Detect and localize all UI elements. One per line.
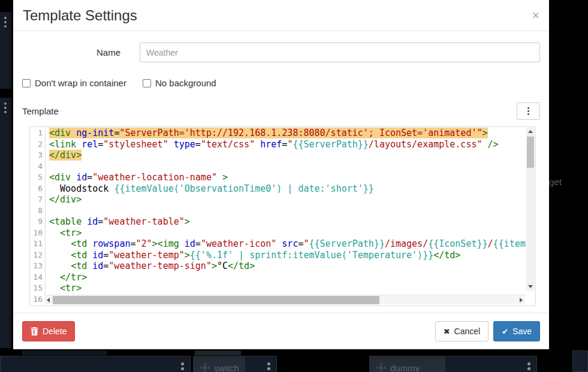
line-number: 3 <box>30 150 43 161</box>
background-bar <box>23 350 107 355</box>
check-icon: ✔ <box>502 328 508 335</box>
page: get switch dummy Template Settings × <box>0 0 588 372</box>
widget-menu-icon[interactable] <box>2 14 9 30</box>
no-background-checkbox-box[interactable] <box>143 79 151 87</box>
code-line[interactable] <box>49 161 527 173</box>
line-number: 14 <box>30 272 43 283</box>
line-number: 4 <box>30 161 43 173</box>
widget-menu-icon[interactable] <box>2 100 9 116</box>
code-line[interactable]: <tr> <box>49 228 527 239</box>
scroll-down-icon[interactable] <box>526 283 535 291</box>
dialog-footer: Delete ✖ Cancel ✔ Save <box>13 313 549 349</box>
close-icon[interactable]: × <box>532 9 539 22</box>
template-label: Template <box>22 106 59 116</box>
dont-wrap-checkbox-box[interactable] <box>22 79 31 87</box>
editor-code-area[interactable]: <div ng-init="ServerPath='http://192.168… <box>46 127 527 306</box>
save-button[interactable]: ✔ Save <box>493 321 540 341</box>
code-line[interactable]: <tr> <box>49 283 527 294</box>
delete-button[interactable]: Delete <box>22 321 75 341</box>
vertical-scroll-thumb[interactable] <box>527 137 534 168</box>
code-line[interactable] <box>49 205 527 217</box>
line-number: 5 <box>30 172 43 183</box>
save-label: Save <box>512 326 532 336</box>
no-background-checkbox[interactable]: No background <box>143 78 216 88</box>
code-line[interactable]: <div ng-init="ServerPath='http://192.168… <box>49 128 527 139</box>
widget-drag-handle[interactable]: dummy <box>370 356 445 372</box>
move-icon <box>200 362 210 372</box>
name-field-row: Name <box>22 43 540 62</box>
widget-label: switch <box>214 363 239 372</box>
delete-label: Delete <box>43 326 67 336</box>
line-number: 6 <box>30 183 43 195</box>
template-label-row: Template <box>22 102 540 120</box>
line-number: 11 <box>30 238 43 250</box>
background-widget-switch: switch <box>193 356 277 372</box>
code-line[interactable]: </div> <box>49 150 527 161</box>
kebab-icon <box>525 105 532 117</box>
line-number: 15 <box>30 283 43 294</box>
left-sidebar-strip <box>0 0 13 372</box>
widget-label: dummy <box>390 363 420 372</box>
dialog-title: Template Settings <box>23 7 137 24</box>
scroll-up-icon[interactable] <box>526 128 535 135</box>
editor-vertical-scrollbar[interactable] <box>526 128 535 291</box>
dont-wrap-checkbox[interactable]: Don't wrap in container <box>22 78 126 88</box>
line-number: 7 <box>30 194 43 205</box>
widget-drag-handle[interactable]: switch <box>194 356 245 372</box>
background-widget-left-bottom <box>0 98 11 348</box>
line-number: 9 <box>30 216 43 228</box>
template-code-editor[interactable]: 12345678910111213141516 <div ng-init="Se… <box>29 126 536 306</box>
line-number: 12 <box>30 250 43 261</box>
line-number: 8 <box>30 205 43 217</box>
line-number: 1 <box>30 128 43 139</box>
code-line[interactable]: <link rel="stylesheet" type="text/css" h… <box>49 139 527 150</box>
code-line[interactable]: <td id="weather-temp-sign">°C</td> <box>49 261 527 272</box>
dialog-body: Name Don't wrap in container No backgrou… <box>13 31 549 313</box>
background-widget-blank <box>0 356 191 372</box>
no-background-label: No background <box>155 78 216 88</box>
code-line[interactable]: <td id="weather-temp">{{'%.1f' | sprintf… <box>49 250 527 261</box>
name-input[interactable] <box>140 43 540 62</box>
editor-horizontal-scrollbar[interactable] <box>44 295 525 304</box>
cancel-button[interactable]: ✖ Cancel <box>435 321 489 341</box>
template-settings-dialog: Template Settings × Name Don't wrap in c… <box>13 0 549 349</box>
scroll-left-icon[interactable] <box>44 295 52 305</box>
x-icon: ✖ <box>444 328 450 335</box>
code-line[interactable]: <div id="weather-location-name" > <box>49 172 527 183</box>
background-widget-left-top <box>0 12 11 89</box>
line-number: 10 <box>30 228 43 239</box>
dialog-header: Template Settings × <box>13 0 549 31</box>
line-number: 13 <box>30 261 43 272</box>
editor-menu-button[interactable] <box>517 102 540 120</box>
code-line[interactable]: </tr> <box>49 272 527 283</box>
background-bar <box>195 350 241 355</box>
line-number: 16 <box>30 294 43 306</box>
background-truncated-text: get <box>549 177 562 187</box>
code-line[interactable]: <td rowspan="2"><img id="weather-icon" s… <box>49 238 527 250</box>
line-number: 2 <box>30 139 43 150</box>
move-icon <box>376 362 387 372</box>
name-label: Name <box>22 47 140 58</box>
code-line[interactable]: <table id="weather-table"> <box>49 216 527 228</box>
widget-menu-icon[interactable] <box>525 360 533 372</box>
bottom-widget-row: switch dummy <box>0 356 588 372</box>
code-line[interactable]: Woodstock {{itemValue('ObservationTime0'… <box>49 183 527 195</box>
code-line[interactable]: </div> <box>49 194 527 205</box>
horizontal-scroll-thumb[interactable] <box>53 296 379 304</box>
trash-icon <box>31 327 38 335</box>
cancel-label: Cancel <box>454 326 481 336</box>
scroll-right-icon[interactable] <box>517 295 525 305</box>
options-row: Don't wrap in container No background <box>22 78 540 88</box>
dont-wrap-label: Don't wrap in container <box>35 78 126 88</box>
widget-menu-icon[interactable] <box>265 360 273 372</box>
background-widget-dummy: dummy <box>369 356 537 372</box>
widget-menu-icon[interactable] <box>179 360 186 372</box>
editor-line-numbers: 12345678910111213141516 <box>30 127 46 306</box>
